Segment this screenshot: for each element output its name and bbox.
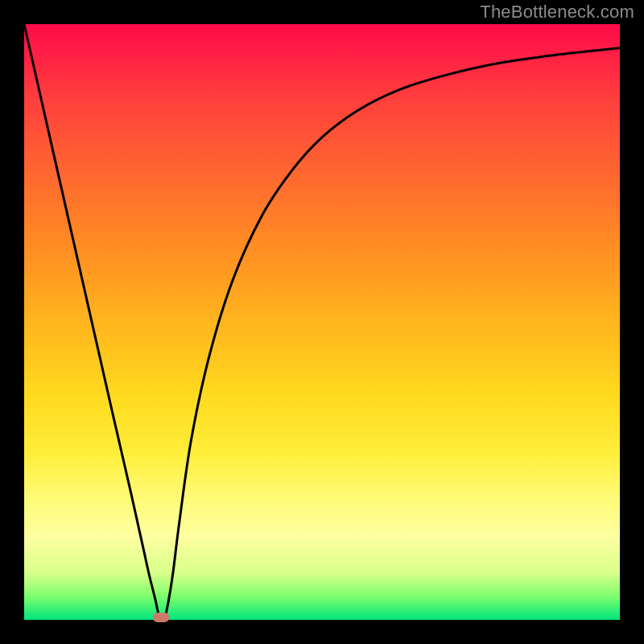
plot-area — [24, 24, 620, 620]
outer-frame: TheBottleneck.com — [0, 0, 644, 644]
bottleneck-curve-path — [24, 24, 620, 622]
watermark-text: TheBottleneck.com — [480, 2, 634, 23]
minimum-marker — [153, 613, 169, 622]
curve-svg — [24, 24, 620, 620]
